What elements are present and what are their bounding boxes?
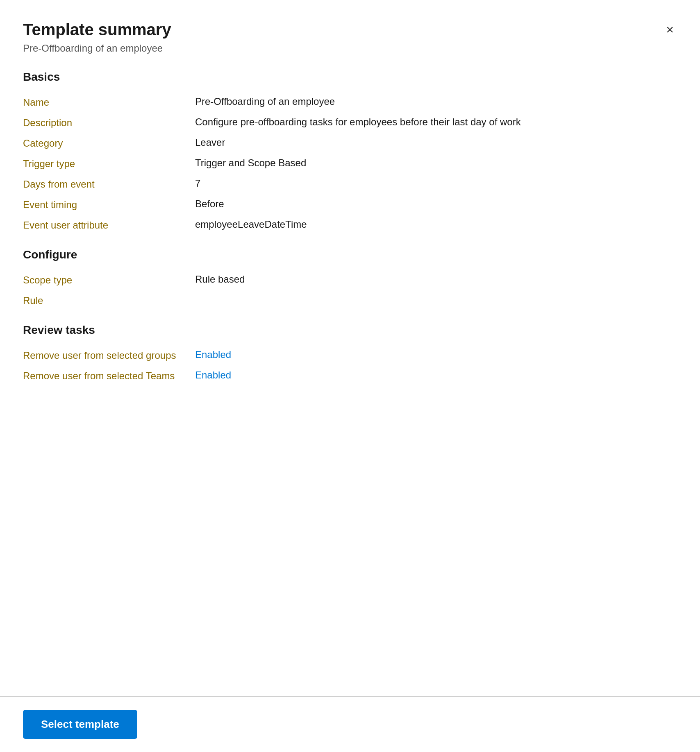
field-label-name: Name [23, 96, 195, 108]
title-group: Template summary Pre-Offboarding of an e… [23, 20, 171, 54]
field-value-days-from-event: 7 [195, 178, 200, 189]
section-review-tasks: Review tasks Remove user from selected g… [23, 324, 677, 386]
field-value-event-timing: Before [195, 198, 224, 210]
field-trigger-type: Trigger type Trigger and Scope Based [23, 153, 677, 174]
template-summary-panel: Template summary Pre-Offboarding of an e… [0, 0, 700, 752]
field-value-event-user-attribute: employeeLeaveDateTime [195, 219, 307, 230]
field-label-category: Category [23, 137, 195, 149]
field-value-description: Configure pre-offboarding tasks for empl… [195, 116, 521, 128]
field-remove-teams: Remove user from selected Teams Enabled [23, 365, 677, 386]
field-value-remove-teams: Enabled [195, 369, 231, 381]
field-label-description: Description [23, 116, 195, 129]
close-button[interactable]: × [663, 20, 677, 39]
field-label-remove-groups: Remove user from selected groups [23, 349, 195, 361]
field-value-scope-type: Rule based [195, 274, 245, 285]
section-review-tasks-title: Review tasks [23, 324, 677, 337]
section-basics: Basics Name Pre-Offboarding of an employ… [23, 70, 677, 235]
panel-footer: Select template [0, 696, 700, 752]
page-title: Template summary [23, 20, 171, 39]
panel-content: Basics Name Pre-Offboarding of an employ… [0, 64, 700, 696]
section-configure: Configure Scope type Rule based Rule [23, 248, 677, 310]
field-label-rule: Rule [23, 294, 195, 306]
page-subtitle: Pre-Offboarding of an employee [23, 43, 171, 54]
select-template-button[interactable]: Select template [23, 710, 137, 739]
field-days-from-event: Days from event 7 [23, 174, 677, 194]
field-event-timing: Event timing Before [23, 194, 677, 215]
field-name: Name Pre-Offboarding of an employee [23, 92, 677, 112]
field-scope-type: Scope type Rule based [23, 270, 677, 290]
field-label-remove-teams: Remove user from selected Teams [23, 369, 195, 382]
section-basics-title: Basics [23, 70, 677, 84]
field-value-remove-groups: Enabled [195, 349, 231, 360]
field-value-trigger-type: Trigger and Scope Based [195, 157, 306, 169]
field-label-event-timing: Event timing [23, 198, 195, 211]
field-description: Description Configure pre-offboarding ta… [23, 112, 677, 133]
field-value-name: Pre-Offboarding of an employee [195, 96, 335, 107]
field-event-user-attribute: Event user attribute employeeLeaveDateTi… [23, 215, 677, 235]
field-value-category: Leaver [195, 137, 225, 148]
field-label-event-user-attribute: Event user attribute [23, 219, 195, 231]
field-label-scope-type: Scope type [23, 274, 195, 286]
field-label-trigger-type: Trigger type [23, 157, 195, 170]
field-category: Category Leaver [23, 133, 677, 153]
section-configure-title: Configure [23, 248, 677, 261]
panel-header: Template summary Pre-Offboarding of an e… [0, 0, 700, 64]
field-rule: Rule [23, 290, 677, 310]
field-label-days-from-event: Days from event [23, 178, 195, 190]
field-remove-groups: Remove user from selected groups Enabled [23, 345, 677, 365]
